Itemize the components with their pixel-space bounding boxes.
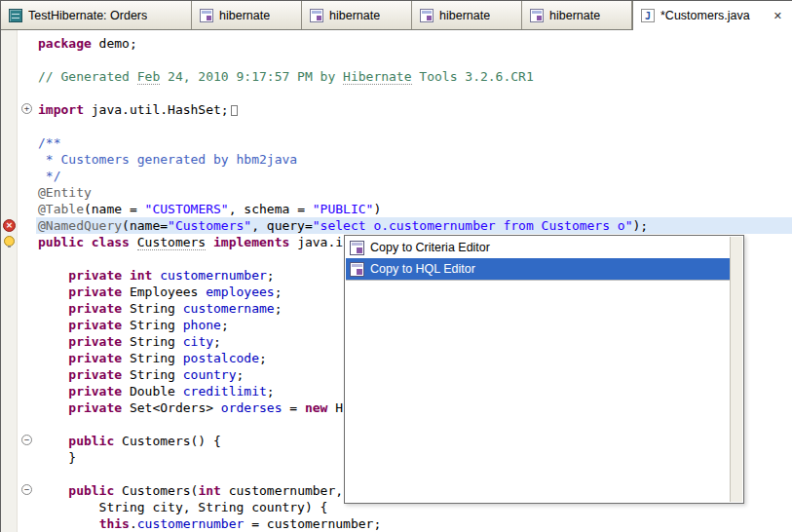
code-segment: Tools 3.2.6.CR1	[412, 69, 534, 84]
code-segment: customernumber	[160, 268, 267, 283]
code-line[interactable]: @Entity	[36, 184, 792, 201]
code-segment: (name =	[84, 202, 145, 216]
code-segment: * Customers generated by hbm2java	[38, 152, 297, 167]
popup-scrollbar[interactable]	[730, 237, 742, 502]
code-segment: customername	[183, 301, 275, 316]
code-line[interactable]: import java.util.HashSet;	[36, 101, 792, 118]
tab-hibernate-2[interactable]: hibernate	[302, 1, 412, 29]
code-segment: = customernumber;	[244, 516, 381, 531]
code-segment: employees	[206, 285, 274, 299]
code-segment: );	[633, 218, 649, 233]
code-segment: }	[38, 450, 76, 465]
hibernate-editor-icon	[310, 9, 323, 22]
code-segment: (name=	[122, 218, 168, 233]
code-segment	[38, 351, 68, 365]
code-line[interactable]: */	[36, 168, 792, 184]
code-segment: postalcode	[183, 351, 259, 365]
menu-item-copy-to-criteria-editor[interactable]: Copy to Criteria Editor	[346, 237, 730, 258]
code-segment: "Customers"	[168, 218, 251, 233]
code-line[interactable]: // Generated Feb 24, 2010 9:17:57 PM by …	[36, 68, 792, 85]
menu-item-label: Copy to HQL Editor	[370, 262, 475, 276]
quickfix-marker[interactable]	[4, 236, 15, 247]
copy-to-editor-popup: Copy to Criteria Editor Copy to HQL Edit…	[344, 235, 744, 504]
code-segment: ;	[213, 334, 221, 349]
code-segment: @Entity	[38, 185, 92, 200]
code-line[interactable]: @NamedQuery(name="Customers", query="sel…	[36, 217, 792, 234]
tab-hibernate-4[interactable]: hibernate	[522, 1, 632, 29]
code-segment: Customers	[137, 235, 206, 250]
code-segment	[38, 367, 68, 382]
code-segment: java.util.HashSet;	[84, 102, 229, 117]
code-segment: demo;	[92, 36, 137, 51]
code-segment: ;	[221, 318, 229, 332]
code-segment: /**	[38, 135, 60, 150]
code-segment	[38, 318, 68, 332]
code-segment: package	[38, 36, 92, 51]
code-segment: ;	[237, 367, 245, 382]
code-segment	[38, 268, 68, 283]
code-segment: private	[68, 367, 122, 382]
code-segment: Double	[122, 384, 183, 399]
code-segment: "CUSTOMERS"	[145, 202, 229, 216]
code-segment: implements	[213, 235, 289, 249]
code-segment	[38, 516, 99, 531]
code-segment: String	[122, 318, 183, 332]
code-segment: ;	[259, 351, 267, 365]
code-segment: private	[68, 301, 122, 316]
code-line[interactable]: /**	[36, 134, 792, 151]
editor-tab-bar: TestHibernate: Orders hibernate hibernat…	[1, 0, 792, 30]
code-segment: .	[130, 516, 137, 531]
fold-collapsed-marker[interactable]: +	[21, 103, 32, 114]
code-segment: Customers() {	[114, 434, 221, 448]
collapsed-code-box	[231, 105, 238, 116]
code-segment: 24, 2010 9:17:57 PM by	[160, 69, 343, 84]
error-marker[interactable]: ×	[3, 219, 16, 232]
gutter[interactable]: +×−−	[1, 30, 36, 532]
fold-expanded-marker[interactable]: −	[21, 435, 32, 445]
code-line[interactable]: package demo;	[36, 35, 792, 52]
code-segment: String city, String country) {	[38, 500, 327, 514]
code-line[interactable]	[36, 85, 792, 101]
menu-item-copy-to-hql-editor[interactable]: Copy to HQL Editor	[346, 258, 730, 280]
code-segment: String	[122, 301, 183, 316]
code-line[interactable]: this.customernumber = customernumber;	[36, 515, 792, 532]
query-result-icon	[9, 9, 22, 22]
code-line[interactable]: * Customers generated by hbm2java	[36, 151, 792, 168]
code-segment	[38, 334, 68, 349]
tab-label: *Customers.java	[660, 9, 750, 22]
tab-testhibernate-orders[interactable]: TestHibernate: Orders	[1, 1, 192, 29]
code-segment: city	[183, 334, 213, 349]
code-segment: public	[68, 434, 114, 448]
code-segment: new	[305, 400, 327, 415]
code-segment: H	[327, 400, 343, 415]
code-segment: customernumber,	[221, 483, 343, 498]
fold-expanded-marker[interactable]: −	[21, 484, 32, 495]
code-segment: public class	[38, 235, 137, 249]
code-line[interactable]: @Table(name = "CUSTOMERS", schema = "PUB…	[36, 201, 792, 217]
code-segment: private	[68, 384, 122, 399]
hibernate-editor-icon	[200, 9, 213, 22]
tab-hibernate-3[interactable]: hibernate	[412, 1, 522, 29]
code-segment: country	[183, 367, 237, 382]
code-segment	[38, 384, 68, 399]
code-line[interactable]	[36, 52, 792, 68]
hibernate-editor-icon	[420, 9, 434, 22]
code-segment: "PUBLIC"	[313, 202, 374, 216]
tab-close-icon[interactable]: ✕	[772, 10, 784, 22]
code-segment: ;	[275, 301, 283, 316]
code-segment	[38, 483, 68, 498]
tab-hibernate-1[interactable]: hibernate	[192, 1, 302, 29]
code-segment: public	[68, 483, 114, 498]
code-segment: phone	[183, 318, 221, 332]
code-segment: Customers(	[114, 483, 198, 498]
code-segment: Hibernate	[343, 69, 411, 85]
code-segment: ;	[267, 384, 275, 399]
tab-customers-java[interactable]: *Customers.java ✕	[632, 1, 792, 30]
code-segment: private int	[68, 268, 152, 283]
code-segment: java.i	[289, 235, 343, 249]
code-segment: */	[38, 169, 60, 183]
code-segment: =	[282, 400, 304, 415]
code-line[interactable]	[36, 118, 792, 134]
code-segment: ;	[275, 285, 283, 299]
tab-label: TestHibernate: Orders	[28, 9, 147, 22]
